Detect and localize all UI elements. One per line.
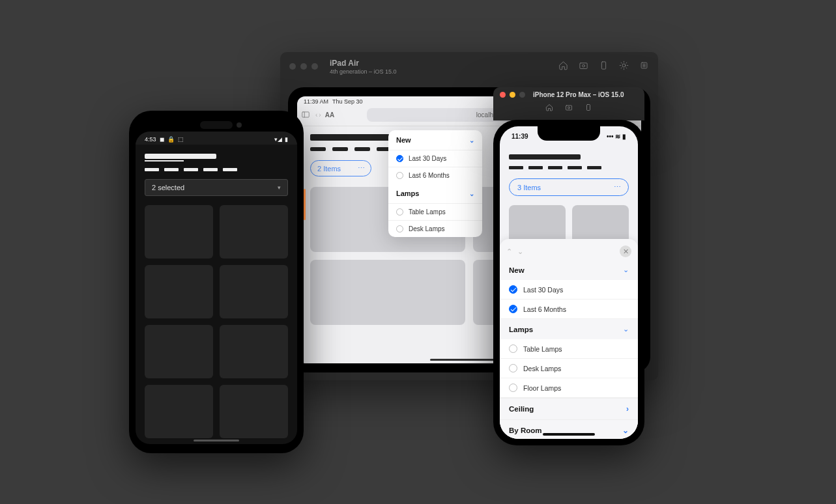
traffic-lights[interactable] <box>289 63 318 70</box>
status-icon: ⬚ <box>178 136 184 143</box>
option-last-30-days[interactable]: Last 30 Days <box>500 280 638 300</box>
radio-icon <box>509 384 517 392</box>
status-time: 4:53 <box>145 136 156 143</box>
product-placeholder[interactable] <box>220 325 288 378</box>
product-placeholder[interactable] <box>220 205 288 259</box>
product-placeholder[interactable] <box>145 265 213 318</box>
sheet-section-new[interactable]: New ⌄ <box>500 260 638 280</box>
svg-rect-8 <box>587 105 590 111</box>
chevron-down-icon: ⌄ <box>469 137 474 144</box>
radio-checked-icon <box>509 285 517 294</box>
status-time: 11:39 <box>512 133 528 140</box>
filter-select[interactable]: 2 selected ▾ <box>145 179 288 196</box>
iphone-titlebar: iPhone 12 Pro Max – iOS 15.0 <box>493 87 644 120</box>
rotate-icon[interactable] <box>599 61 609 73</box>
popover-section-lamps[interactable]: Lamps ⌄ <box>388 184 482 203</box>
android-earpiece <box>200 121 233 129</box>
chevron-right-icon: › <box>626 404 629 413</box>
chevron-down-icon: ⌄ <box>469 190 474 197</box>
svg-point-1 <box>583 64 585 67</box>
product-placeholder[interactable] <box>310 260 465 325</box>
close-button[interactable]: ✕ <box>620 245 631 257</box>
android-screen: 4:53 ◼ 🔒 ⬚ ▾◢ ▮ 2 selected ▾ <box>136 132 297 444</box>
option-floor-lamps[interactable]: Floor Lamps <box>500 378 638 398</box>
rotate-icon[interactable] <box>584 102 592 114</box>
back-icon[interactable]: ‹ <box>315 111 317 119</box>
svg-rect-6 <box>566 105 572 110</box>
screenshot-icon[interactable] <box>579 61 588 73</box>
radio-checked-icon <box>396 155 403 162</box>
sheet-section-lamps[interactable]: Lamps ⌄ <box>500 319 638 339</box>
close-button[interactable] <box>500 92 506 98</box>
radio-icon <box>396 208 403 216</box>
filter-popover: New ⌄ Last 30 Days Last 6 Months <box>388 130 482 237</box>
option-table-lamps[interactable]: Table Lamps <box>388 203 482 220</box>
product-placeholder[interactable] <box>220 385 288 438</box>
filter-chip-label: 3 Items <box>517 184 541 191</box>
option-last-30-days[interactable]: Last 30 Days <box>388 150 482 167</box>
option-table-lamps[interactable]: Table Lamps <box>500 339 638 359</box>
iphone-notch <box>538 126 600 141</box>
ipad-subtitle: 4th generation – iOS 15.0 <box>330 68 555 75</box>
svg-point-7 <box>568 107 570 109</box>
svg-rect-2 <box>601 61 605 68</box>
battery-icon: ▮ <box>285 136 288 143</box>
menu-icon[interactable] <box>639 61 649 73</box>
skeleton-title <box>509 154 581 160</box>
home-indicator[interactable] <box>543 433 595 436</box>
sheet-section-ceiling[interactable]: Ceiling › <box>500 398 638 419</box>
select-label: 2 selected <box>152 184 184 191</box>
home-indicator[interactable] <box>194 440 239 441</box>
more-icon: ⋯ <box>358 164 364 173</box>
iphone-screen: 11:39 ••• ≋ ▮ 3 Items ⋯ <box>500 126 638 439</box>
screenshot-icon[interactable] <box>565 102 573 114</box>
chevron-down-icon: ⌄ <box>622 426 629 435</box>
option-last-6-months[interactable]: Last 6 Months <box>388 167 482 184</box>
signal-icon: ▾◢ <box>274 136 282 143</box>
option-last-6-months[interactable]: Last 6 Months <box>500 300 638 319</box>
text-size-button[interactable]: AA <box>325 111 334 119</box>
radio-icon <box>509 344 517 353</box>
home-icon[interactable] <box>545 102 553 114</box>
svg-rect-0 <box>580 63 587 68</box>
appearance-icon[interactable] <box>619 61 629 73</box>
iphone-device-frame: 11:39 ••• ≋ ▮ 3 Items ⋯ <box>493 120 644 445</box>
filter-chip[interactable]: 2 Items ⋯ <box>310 160 371 176</box>
chevron-down-icon: ▾ <box>278 184 281 191</box>
android-device: 4:53 ◼ 🔒 ⬚ ▾◢ ▮ 2 selected ▾ <box>129 111 304 453</box>
more-icon: ⋯ <box>614 183 620 191</box>
forward-icon[interactable]: › <box>319 111 321 119</box>
option-desk-lamps[interactable]: Desk Lamps <box>500 359 638 378</box>
radio-checked-icon <box>509 305 517 313</box>
ipad-title: iPad Air <box>330 59 555 68</box>
status-indicator-icon: ◼ <box>160 136 164 143</box>
radio-icon <box>509 364 517 372</box>
chevron-up-icon[interactable]: ⌃ <box>506 247 512 256</box>
skeleton-title <box>310 134 401 141</box>
status-icons: ••• ≋ ▮ <box>607 133 626 140</box>
minimize-button[interactable] <box>510 92 515 98</box>
status-date: Thu Sep 30 <box>332 98 363 105</box>
home-icon[interactable] <box>558 61 568 73</box>
radio-icon <box>396 225 403 232</box>
filter-sheet: ⌃ ⌄ ✕ New ⌄ Last 30 Days Last 6 Months <box>500 239 638 439</box>
chevron-down-icon: ⌄ <box>623 325 629 333</box>
product-placeholder[interactable] <box>145 205 213 259</box>
skeleton-title <box>145 154 216 159</box>
zoom-button[interactable] <box>519 92 525 98</box>
sheet-section-by-room[interactable]: By Room ⌄ <box>500 419 638 439</box>
chevron-down-icon[interactable]: ⌄ <box>517 247 523 256</box>
filter-chip-label: 2 Items <box>317 165 341 173</box>
product-placeholder[interactable] <box>145 325 213 378</box>
popover-section-new[interactable]: New ⌄ <box>388 130 482 150</box>
volume-button[interactable] <box>304 189 306 220</box>
product-placeholder[interactable] <box>145 385 213 438</box>
chevron-down-icon: ⌄ <box>623 266 629 274</box>
product-placeholder[interactable] <box>220 265 288 318</box>
status-time: 11:39 AM <box>304 98 328 105</box>
iphone-simulator-window: iPhone 12 Pro Max – iOS 15.0 11:39 ••• ≋… <box>493 87 644 445</box>
option-desk-lamps[interactable]: Desk Lamps <box>388 220 482 237</box>
svg-point-3 <box>622 64 626 67</box>
filter-chip[interactable]: 3 Items ⋯ <box>509 178 629 196</box>
radio-icon <box>396 172 403 179</box>
